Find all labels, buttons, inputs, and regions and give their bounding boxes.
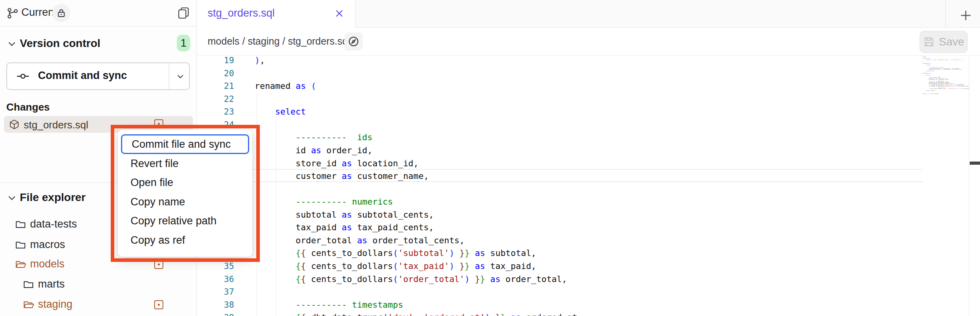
lineage-button[interactable] [344, 32, 363, 51]
code-line[interactable] [255, 286, 577, 299]
changed-file-name: stg_orders.sql [24, 119, 88, 131]
modified-indicator-icon [154, 300, 163, 309]
folder-open-icon [15, 259, 26, 270]
model-cube-icon [9, 119, 20, 130]
code-line[interactable]: ---------- ids [255, 131, 577, 144]
save-icon [923, 36, 935, 48]
code-line[interactable]: tax_paid as tax_paid_cents, [255, 221, 577, 234]
lock-icon [57, 8, 66, 18]
app-window: Current Version control 1 [0, 0, 980, 316]
menu-item-copy-name[interactable]: Copy name [118, 192, 252, 212]
modified-indicator-icon [154, 119, 163, 128]
code-line[interactable]: order_total as order_total_cents, [255, 234, 577, 247]
version-control-header[interactable]: Version control 1 [0, 35, 197, 52]
commit-icon [17, 70, 30, 82]
minimap[interactable]: with source as ( select * from {{ source… [923, 56, 969, 246]
code-line[interactable]: {{ dbt.date_trunc('day', 'ordered_at') }… [255, 311, 577, 316]
explorer-item-label: models [30, 258, 64, 270]
menu-item-revert-file[interactable]: Revert file [118, 154, 252, 173]
folder-open-icon [23, 299, 34, 310]
code-line[interactable]: {{ cents_to_dollars('tax_paid') }} as ta… [255, 260, 577, 273]
tab-bar: stg_orders.sql [197, 0, 980, 28]
file-explorer-title: File explorer [20, 191, 86, 204]
code-content[interactable]: ), renamed as ( select ---------- ids id… [255, 56, 577, 316]
code-line[interactable]: ---------- numerics [255, 196, 577, 209]
new-tab-plus-icon[interactable] [958, 8, 973, 23]
save-button[interactable]: Save [919, 31, 968, 53]
compass-icon [347, 35, 360, 48]
explorer-item-models[interactable]: models [0, 256, 197, 273]
code-line[interactable]: store_id as location_id, [255, 157, 577, 170]
code-line[interactable]: {{ cents_to_dollars('order_total') }} as… [255, 273, 577, 286]
explorer-item-label: macros [30, 239, 65, 251]
folder-icon [15, 219, 26, 230]
modified-indicator-icon [154, 260, 163, 269]
code-editor[interactable]: 1920212223242526272829303132333435363738… [197, 56, 980, 316]
menu-item-commit-file-and-sync[interactable]: Commit file and sync [121, 134, 249, 154]
save-label: Save [939, 36, 964, 48]
git-branch-icon [6, 7, 19, 19]
explorer-item-marts[interactable]: marts [0, 276, 197, 293]
explorer-item-label: data-tests [30, 218, 77, 230]
menu-item-open-file[interactable]: Open file [118, 173, 252, 193]
tab-title: stg_orders.sql [208, 7, 275, 19]
code-line[interactable] [255, 118, 577, 132]
branch-bar: Current [0, 0, 197, 26]
branch-name[interactable]: Current [21, 6, 57, 19]
breadcrumb-bar: models / staging / stg_orders.sql Save [197, 28, 980, 56]
changes-count-badge: 1 [177, 35, 190, 51]
chevron-down-icon [7, 193, 17, 203]
code-line[interactable]: id as order_id, [255, 144, 577, 157]
code-line[interactable]: ---------- timestamps [255, 299, 577, 312]
code-line[interactable]: {{ cents_to_dollars('subtotal') }} as su… [255, 247, 577, 260]
explorer-item-staging[interactable]: staging [0, 296, 197, 313]
branch-lock-badge [52, 4, 70, 22]
code-line[interactable] [255, 183, 577, 196]
commit-options-chevron-icon[interactable] [175, 72, 186, 81]
changes-section-label: Changes [6, 101, 50, 113]
code-line[interactable]: customer as customer_name, [255, 170, 577, 183]
tab-bar-divider [945, 0, 946, 28]
menu-item-copy-relative-path[interactable]: Copy relative path [118, 212, 252, 231]
close-tab-icon[interactable] [334, 8, 345, 19]
tab-stg-orders[interactable]: stg_orders.sql [197, 0, 356, 28]
code-line[interactable] [255, 67, 577, 80]
overview-ruler [969, 56, 969, 316]
code-line[interactable]: select [255, 105, 577, 118]
folder-icon [23, 279, 34, 290]
copy-branch-icon[interactable] [176, 6, 191, 20]
button-divider [169, 63, 169, 89]
commit-and-sync-button[interactable]: Commit and sync [6, 62, 190, 90]
explorer-item-label: marts [38, 278, 65, 290]
code-line[interactable]: subtotal as subtotal_cents, [255, 209, 577, 222]
code-line[interactable]: renamed as ( [255, 80, 577, 93]
folder-icon [15, 239, 26, 250]
version-control-title: Version control [20, 37, 100, 50]
commit-and-sync-label: Commit and sync [38, 70, 127, 82]
menu-item-copy-as-ref[interactable]: Copy as ref [118, 231, 252, 250]
code-line[interactable] [255, 93, 577, 106]
explorer-item-label: staging [38, 298, 72, 310]
overview-ruler-cursor-mark [970, 162, 980, 165]
chevron-down-icon [7, 39, 17, 49]
breadcrumb: models / staging / stg_orders.sql [208, 36, 350, 47]
file-context-menu: Commit file and syncRevert fileOpen file… [118, 130, 252, 257]
code-line[interactable]: ), [255, 56, 577, 67]
